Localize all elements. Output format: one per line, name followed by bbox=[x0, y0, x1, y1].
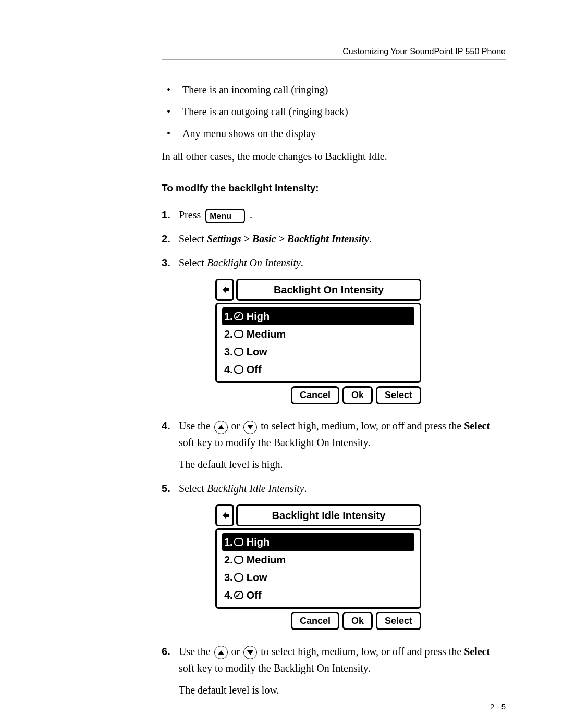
section-heading: To modify the backlight intensity: bbox=[162, 180, 506, 196]
option-label: Off bbox=[247, 361, 262, 378]
option-label: Low bbox=[247, 343, 267, 360]
softkey-select: Select bbox=[376, 386, 421, 404]
lcd-option-medium: 2. Medium bbox=[222, 325, 414, 343]
radio-empty-icon bbox=[234, 556, 243, 564]
step-2: Select Settings > Basic > Backlight Inte… bbox=[162, 230, 506, 247]
option-label: High bbox=[247, 534, 270, 550]
up-arrow-icon bbox=[214, 421, 228, 434]
page-number: 2 - 5 bbox=[490, 702, 506, 711]
steps-list: Press Menu . Select Settings > Basic > B… bbox=[162, 206, 506, 698]
step-text: or bbox=[231, 646, 243, 657]
option-number: 4. bbox=[224, 587, 233, 603]
option-label: High bbox=[247, 308, 270, 325]
radio-empty-icon bbox=[234, 538, 243, 546]
down-arrow-icon bbox=[243, 646, 257, 659]
lcd-option-high: 1. High bbox=[222, 533, 414, 551]
step-text: . bbox=[369, 233, 372, 244]
option-label: Medium bbox=[247, 551, 286, 568]
select-softkey-ref: Select bbox=[464, 646, 490, 657]
intro-followup: In all other cases, the mode changes to … bbox=[162, 148, 506, 165]
softkey-cancel: Cancel bbox=[291, 612, 339, 630]
option-label: Off bbox=[247, 587, 262, 603]
header-rule bbox=[162, 59, 506, 60]
option-label: Medium bbox=[247, 326, 286, 342]
menu-path: Settings > Basic > Backlight Intensity bbox=[207, 233, 369, 244]
softkey-ok: Ok bbox=[342, 612, 373, 630]
body-text: There is an incoming call (ringing) Ther… bbox=[162, 81, 506, 698]
step-1: Press Menu . bbox=[162, 206, 506, 223]
step-text: . bbox=[250, 209, 252, 220]
running-header: Customizing Your SoundPoint IP 550 Phone bbox=[162, 47, 506, 56]
step-text: . bbox=[304, 483, 307, 494]
step-text: Select bbox=[179, 233, 207, 244]
lcd-titlebar: Backlight Idle Intensity bbox=[215, 504, 421, 526]
lcd-option-medium: 2. Medium bbox=[222, 551, 414, 569]
menu-item: Backlight Idle Intensity bbox=[207, 483, 304, 494]
page: Customizing Your SoundPoint IP 550 Phone… bbox=[0, 0, 563, 728]
menu-hardkey-icon: Menu bbox=[205, 209, 245, 223]
up-arrow-icon bbox=[214, 646, 228, 659]
softkey-select: Select bbox=[376, 612, 421, 630]
lcd-option-off: 4. Off bbox=[222, 361, 414, 378]
down-arrow-icon bbox=[243, 421, 257, 434]
radio-checked-icon bbox=[234, 312, 243, 320]
step-6: Use the or to select high, medium, low, … bbox=[162, 643, 506, 698]
option-number: 2. bbox=[224, 551, 233, 568]
step-text: Select bbox=[179, 257, 207, 268]
step-text: to select high, medium, low, or off and … bbox=[261, 646, 464, 657]
lcd-title: Backlight Idle Intensity bbox=[236, 504, 421, 526]
option-number: 3. bbox=[224, 569, 233, 586]
lcd-option-high: 1. High bbox=[222, 307, 414, 325]
radio-empty-icon bbox=[234, 348, 243, 356]
step-5: Select Backlight Idle Intensity. Backlig… bbox=[162, 480, 506, 630]
option-label: Low bbox=[247, 569, 267, 586]
return-icon bbox=[215, 504, 234, 526]
softkey-cancel: Cancel bbox=[291, 386, 339, 404]
step-text: Use the bbox=[179, 420, 213, 431]
option-number: 1. bbox=[224, 308, 233, 325]
step-text: Use the bbox=[179, 646, 213, 657]
lcd-body: 1. High 2. Medium 3. Low bbox=[215, 303, 421, 383]
option-number: 3. bbox=[224, 343, 233, 360]
lcd-softkeys: Cancel Ok Select bbox=[215, 612, 421, 630]
lcd-body: 1. High 2. Medium 3. Low bbox=[215, 528, 421, 609]
step-text: Select bbox=[179, 483, 207, 494]
step-text: Press bbox=[179, 209, 203, 220]
step-3: Select Backlight On Intensity. Backlight… bbox=[162, 254, 506, 404]
softkey-ok: Ok bbox=[342, 386, 373, 404]
list-item: Any menu shows on the display bbox=[172, 125, 506, 142]
intro-bullet-list: There is an incoming call (ringing) Ther… bbox=[162, 81, 506, 142]
step-text: or bbox=[231, 420, 243, 431]
default-note: The default level is high. bbox=[179, 456, 506, 473]
lcd-option-low: 3. Low bbox=[222, 569, 414, 586]
step-text: to select high, medium, low, or off and … bbox=[261, 420, 464, 431]
lcd-option-low: 3. Low bbox=[222, 343, 414, 361]
step-4: Use the or to select high, medium, low, … bbox=[162, 417, 506, 473]
select-softkey-ref: Select bbox=[464, 420, 490, 431]
lcd-softkeys: Cancel Ok Select bbox=[215, 386, 421, 404]
step-text: soft key to modify the Backlight On Inte… bbox=[179, 662, 371, 674]
menu-item: Backlight On Intensity bbox=[207, 257, 301, 268]
radio-empty-icon bbox=[234, 330, 243, 338]
option-number: 4. bbox=[224, 361, 233, 378]
lcd-option-off: 4. Off bbox=[222, 586, 414, 604]
radio-empty-icon bbox=[234, 573, 243, 582]
step-text: soft key to modify the Backlight On Inte… bbox=[179, 437, 371, 448]
default-note: The default level is low. bbox=[179, 682, 506, 698]
lcd-screenshot-backlight-on: Backlight On Intensity 1. High 2. Medium bbox=[215, 279, 421, 404]
lcd-titlebar: Backlight On Intensity bbox=[215, 279, 421, 301]
list-item: There is an outgoing call (ringing back) bbox=[172, 103, 506, 120]
step-text: . bbox=[301, 257, 303, 268]
lcd-screenshot-backlight-idle: Backlight Idle Intensity 1. High 2. Medi… bbox=[215, 504, 421, 630]
option-number: 1. bbox=[224, 534, 233, 550]
list-item: There is an incoming call (ringing) bbox=[172, 81, 506, 98]
option-number: 2. bbox=[224, 326, 233, 342]
radio-checked-icon bbox=[234, 591, 243, 599]
radio-empty-icon bbox=[234, 365, 243, 374]
return-icon bbox=[215, 279, 234, 301]
lcd-title: Backlight On Intensity bbox=[236, 279, 421, 301]
